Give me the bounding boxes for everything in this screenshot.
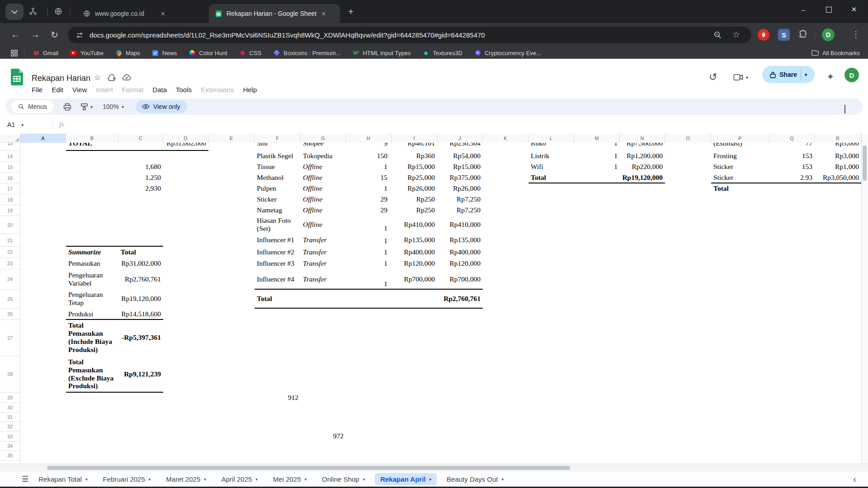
cell-G13[interactable]: Shopee — [301, 143, 346, 150]
row-header-22[interactable]: 22 — [0, 246, 20, 258]
apps-grid-icon[interactable] — [11, 50, 18, 56]
cell-B26[interactable]: Produksi — [66, 308, 118, 319]
move-to-drive-icon[interactable] — [108, 74, 116, 81]
bookmark-item[interactable]: Boxicons : Premium... — [273, 49, 340, 56]
forward-icon[interactable]: → — [31, 29, 40, 40]
cell-H22[interactable]: 1 — [346, 246, 392, 258]
cell-B23[interactable]: Pemasukan — [66, 258, 118, 269]
bookmark-item[interactable]: Maps — [115, 49, 140, 56]
cell-G22[interactable]: Transfer — [301, 246, 346, 258]
row-header-13[interactable]: 13 — [0, 143, 20, 150]
cell-G33[interactable]: 972 — [301, 431, 346, 441]
profile-avatar[interactable]: D — [844, 68, 859, 82]
minimize-button[interactable]: – — [793, 0, 814, 19]
sheet-tab-maret-2025[interactable]: Maret 2025▾ — [160, 473, 211, 485]
cell-F21[interactable]: Influencer #1 — [255, 234, 301, 246]
all-sheets-menu-icon[interactable]: ☰ — [22, 474, 28, 484]
row-header-32[interactable]: 32 — [0, 422, 20, 431]
menu-help[interactable]: Help — [239, 85, 260, 96]
cell-C16[interactable]: 1,250 — [118, 172, 163, 183]
cell-P16[interactable]: Sticker — [711, 172, 769, 183]
row-header-35[interactable]: 35 — [0, 450, 20, 460]
globe-icon[interactable] — [54, 7, 62, 15]
cell-I20[interactable]: Rp410,000 — [392, 216, 437, 234]
cell-H19[interactable]: 29 — [346, 205, 392, 216]
cell-B22[interactable]: Summarize — [66, 246, 118, 258]
cell-G20[interactable]: Offline — [301, 216, 346, 234]
cell-G17[interactable]: Offline — [301, 183, 346, 194]
row-header-18[interactable]: 18 — [0, 194, 20, 205]
cell-N15[interactable]: Rp220,000 — [620, 161, 665, 172]
sheets-logo[interactable] — [11, 69, 23, 85]
column-header-B[interactable]: B — [66, 134, 118, 143]
menu-data[interactable]: Data — [149, 85, 170, 96]
gemini-sparkle-icon[interactable]: ✦ — [826, 71, 835, 82]
cell-D13[interactable]: Rp31,002,000 — [163, 143, 208, 150]
close-window-button[interactable]: ✕ — [844, 0, 864, 19]
cell-L14[interactable]: Listrik — [528, 150, 574, 161]
cell-C23[interactable]: Rp31,002,000 — [118, 258, 163, 269]
column-header-O[interactable]: O — [665, 134, 711, 143]
cell-F17[interactable]: Pulpen — [255, 183, 301, 194]
cell-H15[interactable]: 1 — [346, 161, 392, 172]
cell-P15[interactable]: Sticker — [711, 161, 769, 172]
cell-H21[interactable]: 1 — [346, 234, 392, 246]
cell-B28[interactable]: Total Pemasukan (Exclude Biaya Produksi) — [66, 356, 118, 392]
cell-H16[interactable]: 15 — [346, 172, 392, 183]
cell-I13[interactable]: Rp46,101 — [392, 143, 437, 150]
omnibox[interactable]: docs.google.com/spreadsheets/d/1L02_Rse3… — [68, 27, 751, 43]
bookmark-item[interactable]: YouTube — [70, 49, 104, 56]
cell-P14[interactable]: Frosting — [711, 150, 769, 161]
row-header-26[interactable]: 26 — [0, 308, 20, 319]
column-header-P[interactable]: P — [711, 134, 769, 143]
bookmark-item[interactable]: Color Hunt — [189, 49, 227, 56]
chevron-down-icon[interactable]: ▾ — [429, 477, 432, 482]
cell-M14[interactable]: 1 — [574, 150, 620, 161]
chevron-down-icon[interactable]: ▾ — [85, 477, 88, 482]
collapse-toolbar-icon[interactable] — [844, 105, 845, 113]
select-all-corner[interactable] — [0, 134, 20, 143]
column-header-G[interactable]: G — [301, 134, 346, 143]
row-header-31[interactable]: 31 — [0, 412, 20, 422]
cell-F20[interactable]: Hiasan Foto (Set) — [255, 216, 301, 234]
menu-extensions[interactable]: Extensions — [197, 85, 237, 96]
cell-Q13[interactable]: 77 — [769, 143, 815, 150]
cell-F22[interactable]: Influencer #2 — [255, 246, 301, 258]
print-icon[interactable] — [63, 103, 71, 111]
tune-icon[interactable] — [76, 32, 83, 39]
cell-B24[interactable]: Pengeluaran Variabel — [66, 269, 118, 289]
share-button[interactable]: Share ▾ — [762, 66, 815, 83]
cell-G24[interactable]: Transfer — [301, 269, 346, 289]
cell-J24[interactable]: Rp700,000 — [437, 269, 483, 289]
cell-F14[interactable]: Plastik Segel — [255, 150, 301, 161]
cloud-saved-icon[interactable] — [122, 74, 131, 81]
cell-N13[interactable]: Rp7,500,000 — [620, 143, 665, 150]
chevron-down-icon[interactable]: ▾ — [149, 477, 151, 482]
tab-search-button[interactable] — [5, 4, 24, 20]
column-header-M[interactable]: M — [574, 134, 620, 143]
column-header-Q[interactable]: Q — [769, 134, 815, 143]
row-header-27[interactable]: 27 — [0, 319, 20, 356]
menu-view[interactable]: View — [69, 85, 90, 96]
sheet-tab-februari-2025[interactable]: Februari 2025▾ — [97, 473, 156, 485]
cell-J14[interactable]: Rp54,000 — [437, 150, 483, 161]
sheet-tab-mei-2025[interactable]: Mei 2025▾ — [268, 473, 312, 485]
cell-G21[interactable]: Transfer — [301, 234, 346, 246]
cell-L13[interactable]: Ruko — [528, 143, 574, 150]
cell-J20[interactable]: Rp410,000 — [437, 216, 483, 234]
extensions-puzzle-icon[interactable] — [798, 29, 808, 39]
tab-groups-icon[interactable] — [29, 7, 37, 15]
cell-C28[interactable]: Rp9,121,239 — [118, 356, 163, 392]
cell-F18[interactable]: Sticker — [255, 194, 301, 205]
row-header-29[interactable]: 29 — [0, 392, 20, 403]
profile-avatar[interactable]: D — [822, 28, 835, 41]
chevron-down-icon[interactable]: ▾ — [204, 477, 206, 482]
cell-R14[interactable]: Rp3,000 — [815, 150, 861, 161]
cell-F16[interactable]: Methanol — [255, 172, 301, 183]
back-icon[interactable]: ← — [11, 29, 20, 40]
cell-R13[interactable]: Rp5,000 — [815, 143, 861, 150]
cell-B27[interactable]: Total Pemasukan (Include Biaya Produksi) — [66, 319, 118, 356]
reload-icon[interactable]: ↻ — [51, 29, 58, 40]
cell-I18[interactable]: Rp250 — [392, 194, 437, 205]
bookmark-item[interactable]: CCryptocurrency Eve... — [474, 49, 541, 56]
